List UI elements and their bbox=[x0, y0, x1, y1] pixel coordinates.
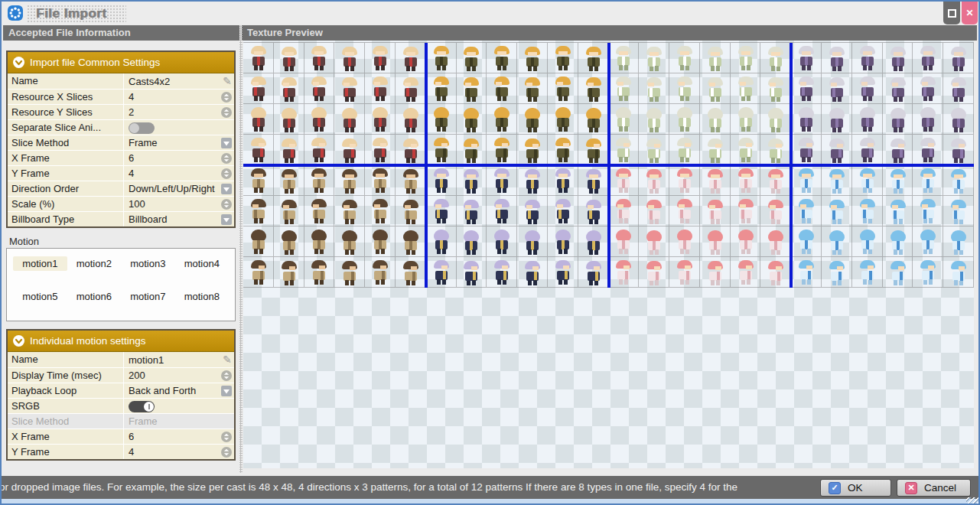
character-sprite bbox=[676, 199, 694, 223]
sprite-frame-cell bbox=[365, 226, 396, 257]
property-value[interactable]: Billboard bbox=[124, 212, 234, 226]
sprite-frame-cell bbox=[639, 165, 669, 196]
toggle-knob bbox=[144, 402, 154, 412]
sprite-frame-cell bbox=[487, 104, 517, 135]
edit-pencil-icon[interactable]: ✎ bbox=[223, 354, 232, 365]
property-value[interactable]: Down/Left/Up/Right bbox=[124, 181, 234, 196]
property-value[interactable] bbox=[124, 121, 234, 134]
sprite-frame-cell bbox=[274, 135, 304, 165]
property-value[interactable]: 4 bbox=[124, 90, 234, 104]
character-sprite bbox=[949, 77, 968, 102]
property-value[interactable]: motion1 bbox=[124, 353, 234, 367]
toggle-switch[interactable] bbox=[129, 122, 155, 134]
property-row: Resource Y Slices2 bbox=[8, 104, 234, 119]
sprite-frame-cell bbox=[426, 257, 457, 288]
cancel-button[interactable]: ✕ Cancel bbox=[897, 479, 971, 497]
property-row: Billboard TypeBillboard bbox=[8, 211, 234, 226]
character-sprite bbox=[584, 47, 603, 71]
character-sprite bbox=[280, 138, 298, 163]
character-sprite bbox=[919, 168, 937, 193]
property-value[interactable]: Casts4x2 bbox=[124, 74, 234, 89]
character-sprite bbox=[554, 168, 572, 193]
character-sprite bbox=[462, 261, 480, 285]
motion-label: Motion bbox=[9, 236, 39, 247]
character-sprite bbox=[462, 169, 480, 194]
character-sprite bbox=[737, 168, 755, 193]
character-sprite bbox=[889, 138, 907, 163]
individual-settings-header[interactable]: Individual motion settings bbox=[8, 331, 234, 352]
property-value[interactable]: 6 bbox=[124, 429, 234, 444]
motion-item-motion4[interactable]: motion4 bbox=[175, 256, 230, 271]
sprite-frame-cell bbox=[639, 73, 669, 104]
character-sprite bbox=[828, 138, 846, 163]
title-bar[interactable]: File Import ✕ bbox=[2, 2, 978, 24]
property-value[interactable]: 200 bbox=[124, 368, 234, 383]
character-sprite bbox=[523, 77, 542, 102]
sprite-frame-cell bbox=[334, 43, 365, 73]
motion-item-motion2[interactable]: motion2 bbox=[67, 256, 122, 271]
sprite-frame-cell bbox=[822, 135, 852, 165]
property-row: X Frame6 bbox=[8, 428, 234, 444]
character-sprite bbox=[614, 77, 633, 101]
individual-settings-section: Individual motion settings Namemotion1✎D… bbox=[6, 329, 236, 461]
character-sprite bbox=[676, 46, 694, 70]
spinner-icon[interactable] bbox=[221, 168, 232, 179]
character-sprite bbox=[737, 230, 755, 254]
dropdown-arrow-icon[interactable] bbox=[221, 386, 232, 396]
sprite-frame-cell bbox=[334, 196, 365, 226]
ok-button[interactable]: ✓ OK bbox=[820, 479, 891, 497]
motion-item-motion1[interactable]: motion1 bbox=[13, 256, 67, 271]
spinner-icon[interactable] bbox=[221, 447, 232, 458]
character-sprite bbox=[889, 200, 907, 224]
spinner-icon[interactable] bbox=[221, 199, 232, 210]
toggle-switch[interactable] bbox=[129, 401, 155, 412]
character-sprite bbox=[645, 169, 663, 194]
sprite-frame-cell bbox=[822, 196, 852, 226]
dropdown-arrow-icon[interactable] bbox=[221, 214, 232, 225]
close-button[interactable]: ✕ bbox=[962, 2, 978, 24]
property-value: Frame bbox=[124, 414, 234, 428]
sprite-frame-cell bbox=[334, 226, 365, 257]
sprite-frame-cell bbox=[487, 135, 517, 165]
sprite-frame-cell bbox=[487, 226, 517, 257]
property-value[interactable]: 2 bbox=[124, 105, 234, 119]
spinner-icon[interactable] bbox=[221, 153, 232, 164]
sprite-frame-cell bbox=[943, 73, 974, 104]
character-sprite bbox=[767, 169, 785, 194]
property-value[interactable]: Back and Forth bbox=[124, 383, 234, 398]
motion-item-motion6[interactable]: motion6 bbox=[67, 289, 122, 304]
property-value[interactable]: 6 bbox=[124, 151, 234, 165]
dropdown-arrow-icon[interactable] bbox=[221, 138, 232, 148]
property-value[interactable]: 4 bbox=[124, 445, 234, 459]
common-settings-header[interactable]: Import file Common Settings bbox=[8, 52, 234, 73]
character-sprite bbox=[767, 230, 785, 255]
motion-item-motion8[interactable]: motion8 bbox=[175, 289, 230, 304]
property-value[interactable] bbox=[124, 399, 234, 412]
maximize-button[interactable] bbox=[943, 2, 960, 24]
property-value[interactable]: Frame bbox=[124, 135, 234, 150]
character-sprite bbox=[737, 138, 755, 162]
edit-pencil-icon[interactable]: ✎ bbox=[223, 76, 232, 86]
character-sprite bbox=[523, 261, 542, 285]
property-value[interactable]: 4 bbox=[124, 166, 234, 181]
spinner-icon[interactable] bbox=[221, 92, 232, 103]
motion-item-motion7[interactable]: motion7 bbox=[121, 289, 175, 304]
dropdown-arrow-icon[interactable] bbox=[221, 184, 232, 194]
close-icon: ✕ bbox=[965, 8, 973, 18]
spinner-icon[interactable] bbox=[221, 432, 232, 442]
sprite-frame-cell bbox=[457, 73, 487, 104]
property-value[interactable]: 100 bbox=[124, 197, 234, 211]
resize-grip[interactable] bbox=[966, 497, 978, 504]
motion-item-motion3[interactable]: motion3 bbox=[121, 256, 175, 271]
character-sprite bbox=[554, 260, 572, 285]
panel-splitter[interactable] bbox=[239, 25, 243, 473]
spinner-icon[interactable] bbox=[221, 107, 232, 118]
spinner-icon[interactable] bbox=[221, 370, 232, 381]
character-sprite bbox=[493, 107, 511, 132]
character-sprite bbox=[676, 107, 694, 132]
sprite-frame-cell bbox=[274, 104, 304, 135]
character-sprite bbox=[523, 108, 542, 132]
cancel-label: Cancel bbox=[924, 482, 956, 494]
motion-item-motion5[interactable]: motion5 bbox=[13, 289, 67, 304]
character-sprite bbox=[889, 77, 907, 102]
